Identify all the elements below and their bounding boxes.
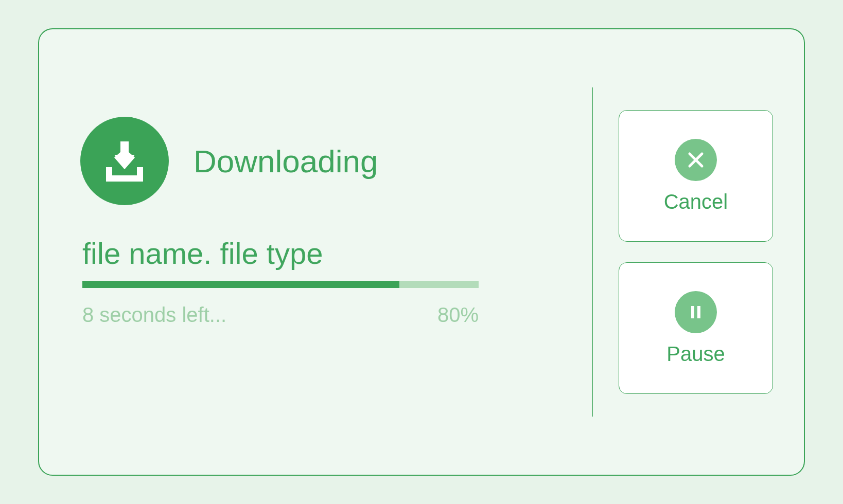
cancel-label: Cancel: [664, 190, 728, 213]
time-remaining-label: 8 seconds left...: [82, 303, 226, 327]
cancel-button[interactable]: Cancel: [619, 110, 773, 242]
filename-label: file name. file type: [82, 236, 561, 271]
pause-icon: [675, 291, 717, 333]
svg-rect-1: [121, 141, 128, 158]
progress-bar: [82, 281, 479, 288]
close-icon: [675, 139, 717, 181]
pause-label: Pause: [666, 343, 725, 366]
download-dialog: Downloading file name. file type 8 secon…: [38, 28, 805, 476]
header-row: Downloading: [80, 117, 561, 205]
download-info-area: Downloading file name. file type 8 secon…: [65, 60, 592, 444]
status-row: 8 seconds left... 80%: [82, 303, 479, 327]
pause-button[interactable]: Pause: [619, 262, 773, 394]
progress-percent-label: 80%: [437, 303, 479, 327]
svg-rect-2: [691, 306, 694, 318]
svg-rect-3: [697, 306, 700, 318]
download-title: Downloading: [194, 143, 378, 179]
actions-area: Cancel Pause: [593, 60, 778, 444]
download-icon: [80, 117, 169, 205]
progress-fill: [82, 281, 399, 288]
